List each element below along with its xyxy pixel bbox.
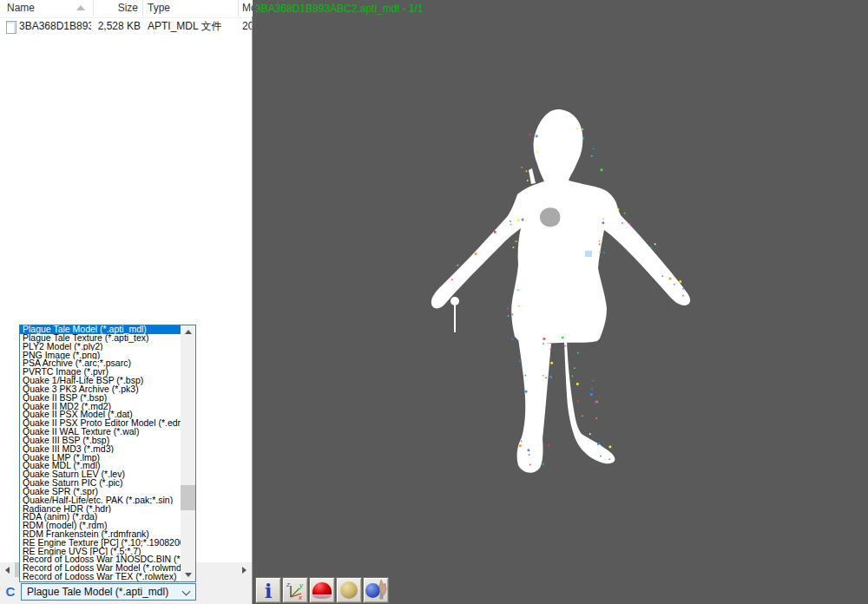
format-option[interactable]: Quake 3 PK3 Archive (*.pk3) xyxy=(20,385,181,394)
format-option[interactable]: Quake II MD2 (*.md2) xyxy=(20,402,181,410)
model-silhouette xyxy=(253,0,868,604)
refresh-button[interactable]: C xyxy=(3,583,18,601)
format-option[interactable]: Radiance HDR (*.hdr) xyxy=(20,504,181,513)
triangle-right-icon xyxy=(242,567,247,574)
format-option[interactable]: PSA Archive (*.arc;*.psarc) xyxy=(20,359,181,368)
sort-ascending-icon xyxy=(76,5,85,10)
column-label-name: Name xyxy=(7,2,35,14)
format-option[interactable]: Quake II PSX Proto Editor Model (*.edm) xyxy=(20,419,181,428)
red-dome-icon xyxy=(312,582,332,599)
sphere-button[interactable] xyxy=(336,577,362,603)
file-icon xyxy=(6,21,16,34)
format-option[interactable]: Quake III BSP (*.bsp) xyxy=(20,437,181,445)
hand-icon xyxy=(376,579,388,601)
chevron-down-icon xyxy=(182,588,191,596)
format-option[interactable]: Quake III MD3 (*.md3) xyxy=(20,445,181,454)
triangle-left-icon xyxy=(5,567,10,574)
format-option[interactable]: Quake II BSP (*.bsp) xyxy=(20,394,181,403)
format-option[interactable]: Quake/Half-Life/etc. PAK (*.pak;*.sin) xyxy=(20,496,181,505)
format-option[interactable]: Record of Lodoss War 1NOSDC.BIN (*.bin) xyxy=(20,555,181,564)
info-button[interactable]: i xyxy=(255,577,281,603)
file-row[interactable]: 3BA368D1B893AB... 2,528 KB APTI_MDL 文件 2… xyxy=(0,19,252,34)
noesis-window: Name Size Type Mo 3BA368D1B893AB... 2,52… xyxy=(0,0,868,604)
data-viewer-button[interactable] xyxy=(363,577,389,603)
format-option[interactable]: Quake Saturn PIC (*.pic) xyxy=(20,479,181,488)
format-option[interactable]: RE Engine UVS [PC] (*.5;*.7) xyxy=(20,548,181,556)
info-icon: i xyxy=(265,581,273,601)
format-option[interactable]: RDA (anim) (*.rda) xyxy=(20,513,181,522)
artifact-patch xyxy=(585,251,592,257)
format-option[interactable]: Quake 1/Half-Life BSP (*.bsp) xyxy=(20,377,181,385)
svg-text:x: x xyxy=(298,594,303,601)
model-viewport[interactable]: 3BA368D1B893ABC2.apti_mdl - 1/1 xyxy=(253,0,868,604)
format-option[interactable]: Quake SPR (*.spr) xyxy=(20,488,181,496)
triangle-up-icon xyxy=(185,330,192,334)
format-option[interactable]: PLY2 Model (*.ply2) xyxy=(20,343,181,351)
format-option[interactable]: Quake MDL (*.mdl) xyxy=(20,462,181,470)
axes-button[interactable]: z y x xyxy=(282,577,308,603)
format-option[interactable]: Quake Saturn LEV (*.lev) xyxy=(20,470,181,479)
scroll-down-button[interactable] xyxy=(181,568,195,581)
format-option[interactable]: Plague Tale Texture (*.apti_tex) xyxy=(20,334,181,343)
svg-text:z: z xyxy=(286,581,290,588)
dome-button[interactable] xyxy=(309,577,335,603)
column-header-type[interactable]: Type xyxy=(143,0,239,16)
scroll-up-button[interactable] xyxy=(181,325,195,338)
format-option[interactable]: RDM Frankenstein (*.rdmfrank) xyxy=(20,530,181,539)
combobox-value: Plague Tale Model (*.apti_mdl) xyxy=(27,584,176,600)
format-option[interactable]: Record of Lodoss War TEX (*.rolwtex) xyxy=(20,573,181,581)
popup-scrollbar[interactable] xyxy=(181,325,195,581)
format-dropdown-popup: Plague Tale Model (*.apti_mdl)Plague Tal… xyxy=(19,325,196,582)
gold-sphere-icon xyxy=(340,581,358,599)
popup-scrollbar-thumb[interactable] xyxy=(181,485,195,510)
format-option[interactable]: RDM (model) (*.rdm) xyxy=(20,522,181,530)
file-type: APTI_MDL 文件 xyxy=(148,19,238,34)
triangle-down-icon xyxy=(185,573,192,577)
format-list-items: Plague Tale Model (*.apti_mdl)Plague Tal… xyxy=(20,325,181,581)
scroll-right-button[interactable] xyxy=(237,562,252,577)
format-option[interactable]: Quake II PSX Model (*.dat) xyxy=(20,410,181,419)
format-option[interactable]: RE Engine Texture [PC] (*.10;*.190820018… xyxy=(20,539,181,548)
axes-icon: z y x xyxy=(285,580,306,601)
column-header-name[interactable]: Name xyxy=(0,0,94,16)
svg-text:y: y xyxy=(299,581,304,589)
column-header-modified[interactable]: Mo xyxy=(239,0,253,16)
format-option[interactable]: PVRTC Image (*.pvr) xyxy=(20,368,181,377)
format-option[interactable]: Quake LMP (*.lmp) xyxy=(20,453,181,462)
format-option[interactable]: Quake II WAL Texture (*.wal) xyxy=(20,428,181,437)
format-filter-combobox[interactable]: Plague Tale Model (*.apti_mdl) xyxy=(21,583,196,601)
file-size: 2,528 KB xyxy=(94,19,141,34)
format-option[interactable]: Plague Tale Model (*.apti_mdl) xyxy=(20,325,181,334)
file-list-header: Name Size Type Mo xyxy=(0,0,252,18)
column-header-size[interactable]: Size xyxy=(94,0,143,16)
format-option[interactable]: Record of Lodoss War Model (*.rolwmdl) xyxy=(20,564,181,573)
file-name: 3BA368D1B893AB... xyxy=(19,19,91,34)
file-modified: 20 xyxy=(242,19,252,34)
viewer-toolbar: i z y x xyxy=(255,577,389,603)
scroll-left-button[interactable] xyxy=(0,562,15,577)
format-option[interactable]: PNG Image (*.png) xyxy=(20,351,181,359)
